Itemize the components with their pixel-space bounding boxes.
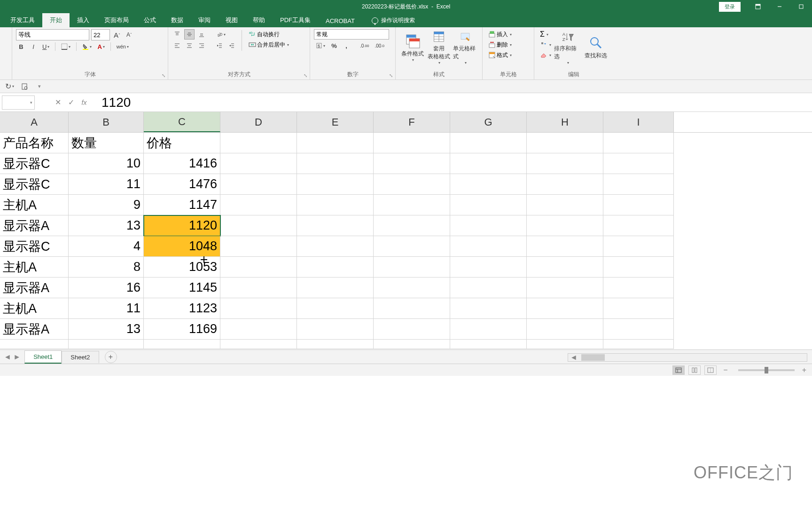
print-preview-icon[interactable] [19, 81, 30, 92]
decrease-decimal-icon[interactable]: .00.0 [373, 40, 386, 51]
tab-developer[interactable]: 开发工具 [3, 13, 42, 27]
cell[interactable]: 主机A [0, 195, 69, 215]
cell[interactable] [374, 215, 450, 236]
cell[interactable] [144, 340, 220, 349]
cell[interactable] [450, 174, 527, 195]
cell[interactable] [220, 319, 297, 340]
cell[interactable] [220, 153, 297, 174]
cell[interactable]: 1416 [144, 153, 220, 174]
align-center-icon[interactable] [184, 40, 195, 51]
merge-center-button[interactable]: 合并后居中▾ [247, 40, 291, 50]
format-cells-button[interactable]: 格式▾ [486, 50, 530, 60]
cell[interactable] [297, 319, 374, 340]
cell[interactable] [297, 257, 374, 278]
cell[interactable]: 1476 [144, 174, 220, 195]
italic-button[interactable]: I [28, 41, 39, 52]
col-header-B[interactable]: B [69, 112, 144, 132]
cell[interactable] [527, 215, 603, 236]
tell-me-search[interactable]: 操作说明搜索 [372, 14, 415, 27]
tab-insert[interactable]: 插入 [70, 13, 97, 27]
cell[interactable]: 1169 [144, 319, 220, 340]
bold-button[interactable]: B [16, 41, 26, 52]
wrap-text-button[interactable]: ab自动换行 [247, 29, 291, 40]
insert-function-icon[interactable]: fx [79, 97, 89, 108]
cell[interactable] [450, 195, 527, 215]
maximize-icon[interactable] [790, 0, 812, 13]
table-row[interactable]: 显示器C41048 [0, 236, 812, 257]
font-group-launcher-icon[interactable]: ⤡ [160, 72, 167, 79]
cell[interactable] [603, 174, 674, 195]
cell[interactable]: 13 [69, 319, 144, 340]
col-header-G[interactable]: G [450, 112, 527, 132]
align-bottom-icon[interactable] [196, 29, 207, 40]
scrollbar-thumb[interactable] [581, 354, 605, 361]
cancel-formula-icon[interactable]: ✕ [53, 97, 63, 108]
cell[interactable] [603, 215, 674, 236]
spreadsheet-grid[interactable]: A B C D E F G H I 产品名称 数量 价格 显示器C101416显… [0, 112, 812, 349]
col-header-C[interactable]: C [144, 112, 220, 132]
table-row[interactable]: 显示器A131169 [0, 319, 812, 340]
cell[interactable]: 主机A [0, 257, 69, 278]
cell[interactable] [603, 195, 674, 215]
cell[interactable]: 数量 [69, 133, 144, 153]
cell[interactable] [374, 298, 450, 319]
cell[interactable]: 显示器C [0, 153, 69, 174]
formula-input[interactable] [97, 94, 812, 111]
align-right-icon[interactable] [196, 40, 207, 51]
cell[interactable]: 1048 [144, 236, 220, 257]
table-row[interactable]: 显示器A131120 [0, 215, 812, 236]
cell[interactable]: 显示器A [0, 319, 69, 340]
cell[interactable] [450, 298, 527, 319]
cell[interactable] [527, 153, 603, 174]
number-format-select[interactable] [314, 29, 389, 40]
align-middle-icon[interactable] [184, 29, 195, 40]
col-header-D[interactable]: D [220, 112, 297, 132]
sheet-nav-arrows[interactable]: ◄ ► [0, 353, 24, 361]
cell[interactable] [220, 340, 297, 349]
sheet-tab-1[interactable]: Sheet1 [24, 350, 62, 364]
cell[interactable] [527, 236, 603, 257]
cell[interactable] [220, 195, 297, 215]
cell[interactable] [450, 133, 527, 153]
cell[interactable] [220, 236, 297, 257]
cell[interactable] [603, 236, 674, 257]
cell[interactable] [297, 278, 374, 298]
cell[interactable] [450, 278, 527, 298]
tab-data[interactable]: 数据 [164, 13, 191, 27]
cell[interactable] [603, 257, 674, 278]
cell[interactable]: 13 [69, 215, 144, 236]
table-row[interactable]: 显示器C101416 [0, 153, 812, 174]
cell[interactable] [603, 298, 674, 319]
login-button[interactable]: 登录 [719, 2, 741, 12]
cell[interactable]: 显示器A [0, 215, 69, 236]
cell[interactable] [450, 215, 527, 236]
conditional-formatting-button[interactable]: 条件格式▾ [399, 29, 426, 66]
zoom-out-icon[interactable]: − [723, 366, 727, 374]
cell[interactable] [297, 215, 374, 236]
cell[interactable] [450, 236, 527, 257]
cell[interactable]: 11 [69, 298, 144, 319]
increase-decimal-icon[interactable]: .0.00 [358, 40, 371, 51]
cell[interactable] [374, 319, 450, 340]
cell[interactable] [297, 236, 374, 257]
table-row[interactable] [0, 340, 812, 349]
percent-format-icon[interactable]: % [329, 40, 339, 51]
cell[interactable]: 1147 [144, 195, 220, 215]
autosum-button[interactable]: Σ▾ [538, 29, 553, 40]
tab-acrobat[interactable]: ACROBAT [318, 15, 362, 27]
alignment-group-launcher-icon[interactable]: ⤡ [302, 72, 309, 79]
table-row[interactable]: 主机A111123 [0, 298, 812, 319]
align-left-icon[interactable] [172, 40, 182, 51]
cell[interactable] [527, 174, 603, 195]
cell-styles-button[interactable]: 单元格样式▾ [452, 29, 478, 66]
format-as-table-button[interactable]: 套用 表格格式▾ [426, 29, 452, 66]
table-row[interactable]: 显示器C111476 [0, 174, 812, 195]
cell[interactable]: 价格 [144, 133, 220, 153]
cell[interactable] [0, 340, 69, 349]
tab-help[interactable]: 帮助 [245, 13, 273, 27]
cell[interactable] [374, 153, 450, 174]
cell[interactable] [297, 133, 374, 153]
cell[interactable] [297, 174, 374, 195]
cell[interactable] [374, 174, 450, 195]
new-sheet-button[interactable]: + [105, 351, 117, 363]
